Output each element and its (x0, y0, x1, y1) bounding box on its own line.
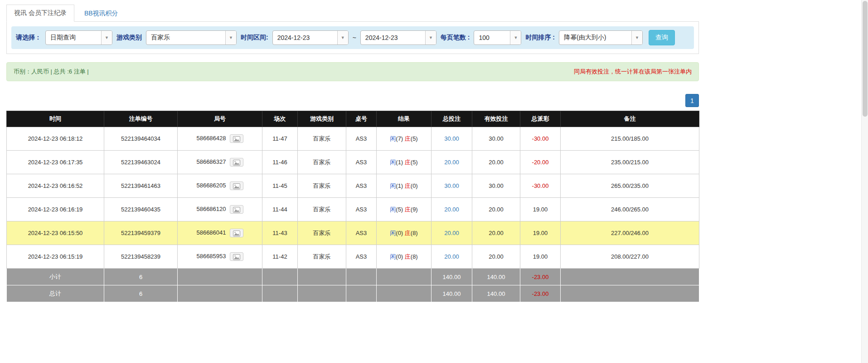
result-player-score: (0) (396, 230, 403, 236)
cell-payout: -30.00 (520, 174, 561, 198)
header-game-type: 游戏类别 (298, 111, 346, 127)
table-row: 2024-12-23 06:16:52522139461463586686205… (7, 174, 699, 198)
page-button-1[interactable]: 1 (685, 94, 699, 107)
cell-bet-id: 522139464034 (104, 127, 178, 151)
cell-time: 2024-12-23 06:15:19 (7, 245, 104, 269)
cell-result: 闲(0) 庄(8) (377, 245, 432, 269)
currency-total-info: 币别：人民币 | 总共 :6 注单 | (14, 68, 89, 76)
cell-time: 2024-12-23 06:16:52 (7, 174, 104, 198)
result-player-score: (5) (396, 206, 403, 213)
cell-session: 11-45 (262, 174, 298, 198)
table-row: 2024-12-23 06:17:35522139463024586686327… (7, 151, 699, 174)
cell-empty (298, 269, 346, 285)
page-size-dropdown[interactable]: 100 ▼ (474, 30, 521, 45)
result-player: 闲 (390, 253, 396, 260)
cell-result: 闲(1) 庄(0) (377, 174, 432, 198)
table-row: 2024-12-23 06:15:19522139458239586685953… (7, 245, 699, 269)
header-payout: 总派彩 (520, 111, 561, 127)
cell-game-type: 百家乐 (298, 127, 346, 151)
table-row: 2024-12-23 06:18:12522139464034586686428… (7, 127, 699, 151)
header-bet-id: 注单编号 (104, 111, 178, 127)
round-image-button[interactable] (230, 134, 243, 143)
result-player-score: (7) (396, 135, 403, 142)
cell-total-bet: 20.00 (432, 151, 472, 174)
header-row: 时间 注单编号 局号 场次 游戏类别 桌号 结果 总投注 有效投注 总派彩 备注 (7, 111, 699, 127)
round-image-button[interactable] (230, 205, 243, 214)
subtotal-payout: -23.00 (520, 269, 561, 285)
chevron-down-icon[interactable]: ▼ (631, 31, 642, 44)
round-number: 586686205 (196, 182, 226, 189)
cell-game-type: 百家乐 (298, 245, 346, 269)
result-banker-score: (5) (411, 159, 418, 166)
date-from-picker[interactable]: 2024-12-23 ▼ (272, 30, 349, 45)
cell-game-type: 百家乐 (298, 221, 346, 245)
bet-records-table: 时间 注单编号 局号 场次 游戏类别 桌号 结果 总投注 有效投注 总派彩 备注… (6, 111, 699, 302)
date-to-picker[interactable]: 2024-12-23 ▼ (360, 30, 436, 45)
image-icon (233, 207, 240, 213)
cell-empty (346, 285, 377, 302)
cell-note: 215.00/185.00 (561, 127, 699, 151)
cell-table-no: AS3 (346, 174, 377, 198)
round-image-button[interactable] (230, 252, 243, 261)
image-icon (233, 183, 240, 189)
result-banker: 庄 (405, 206, 411, 213)
round-number: 586686327 (196, 158, 226, 165)
chevron-down-icon[interactable]: ▼ (101, 31, 112, 44)
cell-game-type: 百家乐 (298, 151, 346, 174)
cell-table-no: AS3 (346, 198, 377, 221)
cell-valid-bet: 30.00 (472, 127, 520, 151)
round-image-button[interactable] (230, 229, 243, 237)
chevron-down-icon[interactable]: ▼ (337, 31, 348, 44)
result-banker-score: (8) (411, 230, 418, 236)
chevron-down-icon[interactable]: ▼ (225, 31, 236, 44)
total-valid-bet: 140.00 (472, 285, 520, 302)
result-banker: 庄 (405, 230, 411, 236)
cell-result: 闲(7) 庄(5) (377, 127, 432, 151)
tab-bb-video-points[interactable]: BB视讯积分 (77, 5, 126, 22)
cell-payout: 19.00 (520, 245, 561, 269)
game-type-value: 百家乐 (146, 31, 225, 44)
game-type-dropdown[interactable]: 百家乐 ▼ (146, 30, 237, 45)
tab-bar: 视讯 会员下注纪录 BB视讯积分 (6, 5, 705, 22)
round-image-button[interactable] (230, 182, 243, 190)
query-type-value: 日期查询 (46, 31, 101, 44)
time-sort-dropdown[interactable]: 降幂(由大到小) ▼ (559, 30, 643, 45)
cell-round: 586686120 (178, 198, 262, 221)
cell-time: 2024-12-23 06:18:12 (7, 127, 104, 151)
cell-bet-id: 522139458239 (104, 245, 178, 269)
round-number: 586685953 (196, 253, 226, 260)
query-type-dropdown[interactable]: 日期查询 ▼ (45, 30, 112, 45)
cell-round: 586686205 (178, 174, 262, 198)
subtotal-label: 小计 (7, 269, 104, 285)
query-type-label: 请选择： (16, 34, 41, 42)
result-banker-score: (9) (411, 206, 418, 213)
result-player-score: (1) (396, 182, 403, 189)
image-icon (233, 254, 240, 260)
cell-table-no: AS3 (346, 245, 377, 269)
scrollbar-thumb[interactable] (863, 1, 868, 117)
cell-session: 11-42 (262, 245, 298, 269)
tab-betting-records[interactable]: 视讯 会员下注纪录 (6, 5, 74, 22)
search-button[interactable]: 查询 (649, 30, 675, 45)
chevron-down-icon[interactable]: ▼ (425, 31, 436, 44)
header-valid-bet: 有效投注 (472, 111, 520, 127)
round-image-button[interactable] (230, 158, 243, 167)
vertical-scrollbar[interactable] (861, 0, 868, 363)
cell-empty (561, 269, 699, 285)
cell-session: 11-47 (262, 127, 298, 151)
header-round: 局号 (178, 111, 262, 127)
cell-session: 11-44 (262, 198, 298, 221)
result-banker-score: (0) (411, 182, 418, 189)
cell-note: 235.00/215.00 (561, 151, 699, 174)
chevron-down-icon[interactable]: ▼ (510, 31, 521, 44)
header-note: 备注 (561, 111, 699, 127)
cell-empty (298, 285, 346, 302)
total-total-bet: 140.00 (432, 285, 472, 302)
cell-result: 闲(0) 庄(8) (377, 221, 432, 245)
filter-bar: 请选择： 日期查询 ▼ 游戏类别 百家乐 ▼ 时间区间: 2024-12-23 … (11, 26, 694, 49)
time-sort-value: 降幂(由大到小) (559, 31, 631, 44)
range-separator: ~ (353, 34, 356, 41)
cell-empty (377, 269, 432, 285)
cell-valid-bet: 30.00 (472, 174, 520, 198)
page-size-value: 100 (474, 31, 510, 44)
